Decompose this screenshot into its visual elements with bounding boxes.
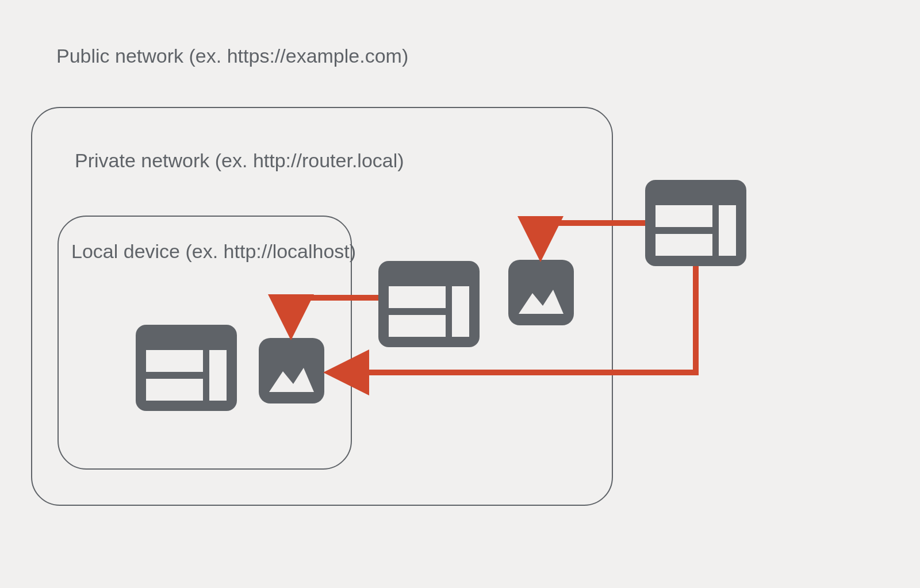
network-diagram: Public network (ex. https://example.com)… xyxy=(0,0,848,588)
diagram-svg xyxy=(0,0,848,588)
svg-rect-15 xyxy=(508,260,574,325)
browser-window-icon xyxy=(378,261,480,347)
svg-rect-12 xyxy=(719,205,736,256)
svg-rect-3 xyxy=(146,372,203,379)
arrow-private-to-local xyxy=(291,298,378,329)
svg-rect-11 xyxy=(656,227,712,234)
image-icon xyxy=(259,338,324,403)
arrow-public-to-private xyxy=(540,223,645,251)
svg-rect-13 xyxy=(259,338,324,403)
svg-rect-7 xyxy=(389,308,446,315)
svg-rect-4 xyxy=(209,350,227,401)
image-icon xyxy=(508,260,574,325)
svg-rect-8 xyxy=(452,286,469,337)
browser-window-icon xyxy=(645,180,746,266)
browser-window-icon xyxy=(136,325,237,411)
